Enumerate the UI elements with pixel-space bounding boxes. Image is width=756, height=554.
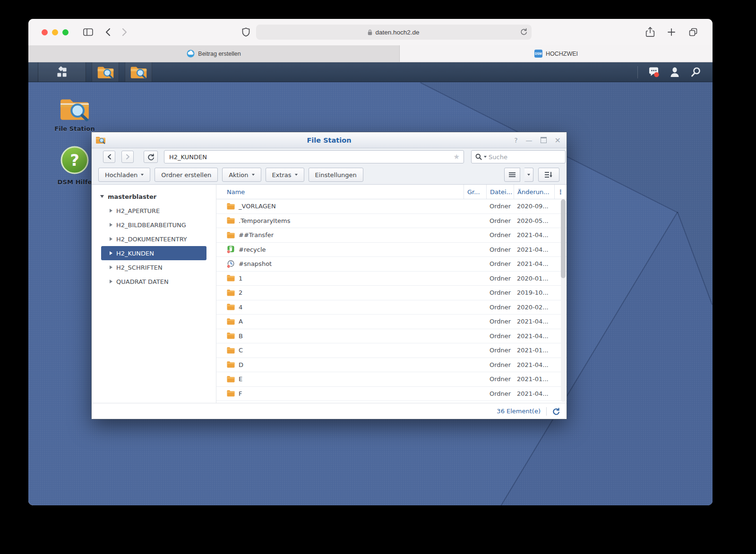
tab-hochzwei[interactable]: DSM HOCHZWEI: [400, 45, 713, 62]
table-row[interactable]: B Ordner 2021-04...: [216, 329, 567, 344]
refresh-list-button[interactable]: [552, 408, 560, 415]
file-modified-date: 2020-09...: [514, 203, 554, 210]
file-type: Ordner: [486, 231, 514, 239]
tree-expand-icon[interactable]: [110, 265, 112, 269]
back-icon[interactable]: [105, 28, 111, 36]
table-row[interactable]: E Ordner 2021-01...: [216, 372, 567, 387]
tree-expand-icon[interactable]: [110, 237, 112, 241]
search-input[interactable]: Suche: [471, 150, 566, 163]
file-name: #snapshot: [239, 260, 272, 267]
table-row[interactable]: 4 Ordner 2020-02...: [216, 300, 567, 315]
file-type: Ordner: [486, 289, 514, 296]
table-row[interactable]: _VORLAGEN Ordner 2020-09...: [216, 199, 567, 214]
maximize-button[interactable]: [541, 137, 547, 143]
tree-item[interactable]: H2_SCHRIFTEN: [92, 260, 216, 274]
taskbar-file-station-1[interactable]: [92, 62, 119, 82]
nav-refresh-button[interactable]: [144, 151, 158, 163]
table-row[interactable]: F Ordner 2021-04...: [216, 387, 567, 401]
file-name: 2: [239, 289, 242, 296]
table-row[interactable]: C Ordner 2021-01...: [216, 343, 567, 358]
dsm-favicon: DSM: [534, 50, 542, 58]
tree-expand-icon[interactable]: [110, 223, 112, 227]
close-window-button[interactable]: [42, 29, 48, 35]
settings-button[interactable]: Einstellungen: [309, 168, 363, 182]
tree-expand-icon[interactable]: [110, 280, 112, 283]
main-menu-button[interactable]: [38, 62, 86, 82]
file-type-icon: [227, 303, 235, 311]
minimize-window-button[interactable]: [52, 29, 58, 35]
file-station-icon: [59, 96, 90, 122]
tab-bar: Beitrag erstellen DSM HOCHZWEI: [28, 45, 713, 62]
minimize-button[interactable]: —: [526, 137, 533, 144]
desktop-icon-file-station[interactable]: File Station: [49, 96, 101, 132]
tree-expand-icon[interactable]: [110, 209, 112, 213]
forward-icon[interactable]: [121, 28, 128, 36]
file-type: Ordner: [486, 332, 514, 340]
notifications-button[interactable]: [644, 62, 663, 82]
privacy-shield-icon[interactable]: [242, 27, 250, 37]
file-type: Ordner: [486, 361, 514, 368]
table-row[interactable]: #recycle Ordner 2021-04...: [216, 243, 567, 257]
column-header-name[interactable]: Name: [216, 185, 464, 199]
upload-button[interactable]: Hochladen: [98, 168, 150, 182]
column-options-icon[interactable]: ⋮: [554, 185, 567, 199]
table-row[interactable]: ##Transfer Ordner 2021-04...: [216, 228, 567, 243]
file-type-icon: [227, 246, 235, 253]
close-button[interactable]: ×: [555, 136, 561, 144]
file-type-icon: [227, 390, 235, 397]
window-titlebar[interactable]: File Station ? — ×: [92, 132, 567, 148]
tree-item[interactable]: H2_BILDBEARBEITUNG: [92, 218, 216, 232]
file-name: 4: [239, 304, 242, 311]
tree-root-masterblaster[interactable]: masterblaster: [92, 189, 216, 204]
view-mode-caret[interactable]: [524, 168, 533, 182]
tree-collapse-icon[interactable]: [100, 195, 104, 198]
search-icon: [475, 153, 482, 160]
help-button[interactable]: ?: [514, 137, 517, 144]
file-type: Ordner: [486, 390, 514, 397]
scrollbar-thumb[interactable]: [561, 199, 566, 278]
tree-item-label: H2_KUNDEN: [116, 250, 154, 257]
tree-item[interactable]: H2_DOKUMENTEENTRY: [92, 232, 216, 246]
file-type: Ordner: [486, 275, 514, 282]
view-mode-button[interactable]: [504, 168, 520, 182]
column-header-type[interactable]: Datei...: [486, 185, 514, 199]
browser-window: daten.hoch2.de Beitrag erstellen DSM HOC…: [28, 19, 713, 505]
chevron-down-icon: [295, 174, 298, 176]
tree-expand-icon[interactable]: [110, 251, 112, 255]
table-row[interactable]: .TemporaryItems Ordner 2020-05...: [216, 214, 567, 229]
extras-button[interactable]: Extras: [266, 168, 304, 182]
tree-item[interactable]: H2_KUNDEN: [101, 246, 206, 260]
tree-item[interactable]: QUADRAT DATEN: [92, 274, 216, 289]
nav-back-button[interactable]: [103, 151, 115, 163]
sidebar-toggle-icon[interactable]: [83, 27, 94, 37]
new-tab-icon[interactable]: [667, 28, 676, 36]
address-bar[interactable]: daten.hoch2.de: [256, 25, 532, 40]
action-button[interactable]: Aktion: [222, 168, 261, 182]
reload-icon[interactable]: [520, 28, 527, 36]
file-name: F: [239, 390, 242, 397]
table-row[interactable]: #snapshot Ordner 2021-04...: [216, 257, 567, 272]
path-input[interactable]: H2_KUNDEN ★: [164, 150, 464, 163]
help-icon: ?: [60, 145, 90, 175]
table-row[interactable]: 1 Ordner 2020-01...: [216, 272, 567, 286]
nav-forward-button[interactable]: [121, 151, 134, 163]
table-row[interactable]: A Ordner 2021-04...: [216, 315, 567, 329]
column-header-modified[interactable]: Änderun...: [514, 185, 554, 199]
tree-item-label: H2_DOKUMENTEENTRY: [116, 236, 187, 243]
table-row[interactable]: D Ordner 2021-04...: [216, 358, 567, 373]
zoom-window-button[interactable]: [62, 29, 69, 35]
search-button[interactable]: [686, 62, 705, 82]
create-folder-button[interactable]: Ordner erstellen: [155, 168, 218, 182]
sort-button[interactable]: [538, 168, 559, 182]
column-header-size[interactable]: Gr...: [464, 185, 486, 199]
favorite-star-icon[interactable]: ★: [454, 153, 460, 161]
table-row[interactable]: 2 Ordner 2019-10...: [216, 286, 567, 300]
tab-overview-icon[interactable]: [688, 27, 698, 37]
search-options-caret[interactable]: [484, 156, 487, 158]
tree-item[interactable]: H2_APERTURE: [92, 204, 216, 218]
user-menu-button[interactable]: [665, 62, 684, 82]
scrollbar-track[interactable]: [561, 199, 566, 402]
tab-beitrag-erstellen[interactable]: Beitrag erstellen: [28, 45, 400, 62]
taskbar-file-station-2[interactable]: [125, 62, 152, 82]
share-icon[interactable]: [645, 26, 655, 38]
